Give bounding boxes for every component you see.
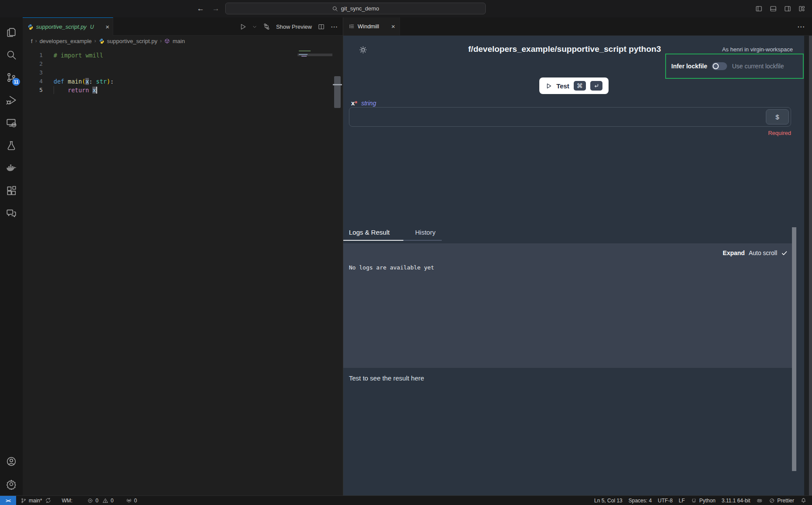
arg-type-label: string [361,100,376,107]
x-input[interactable] [349,108,791,126]
panel-tab-label: Windmill [358,23,379,30]
code-editor[interactable]: 1 # import wmill 2 3 4 def main(x: str):… [23,46,343,495]
command-center-search[interactable]: git_sync_demo [225,3,486,14]
ports-item[interactable]: 0 [126,498,137,504]
customize-layout-icon[interactable] [798,5,806,13]
token: ) [107,78,110,85]
eol-sequence[interactable]: LF [679,498,685,504]
copilot-icon[interactable] [756,497,763,504]
result-placeholder: Test to see the result here [349,374,424,382]
chevron-right-icon: › [160,38,162,44]
git-branch-icon [20,498,27,504]
variable-picker-button[interactable]: $ [766,109,789,125]
chat-icon[interactable] [0,202,23,225]
run-file-icon[interactable] [239,23,247,30]
encoding[interactable]: UTF-8 [658,498,673,504]
forward-arrow-icon[interactable]: → [212,4,220,13]
arg-label-row: x* string [351,99,376,107]
enter-key-icon [590,81,602,91]
cursor-position[interactable]: Ln 5, Col 13 [594,498,623,504]
logs-empty-message: No logs are available yet [343,264,792,271]
extensions-icon[interactable] [0,179,23,202]
test-button[interactable]: Test ⌘ [539,77,609,94]
python-file-icon [27,24,34,30]
run-dropdown-icon[interactable] [252,24,257,29]
symbol-module-icon [164,38,170,44]
expand-button[interactable]: Expand [723,249,745,256]
panel-tab-close-icon[interactable]: × [391,23,395,30]
settings-gear-icon[interactable] [0,473,23,495]
run-debug-icon[interactable] [0,89,23,111]
editor-scrollbar[interactable] [332,46,343,495]
use-current-lockfile-label: Use current lockfile [732,63,784,70]
tab-supportive-script[interactable]: supportive_script.py U × [23,17,113,36]
sync-changes-icon[interactable] [45,497,51,504]
wm-status-item[interactable]: WM: [62,498,73,504]
git-branch-item[interactable]: main* [20,498,42,504]
lockfile-toggle[interactable] [712,62,727,70]
compare-changes-icon[interactable] [263,23,271,30]
overview-ruler-cursor [333,84,342,85]
scrollbar-thumb[interactable] [334,76,341,108]
formatter-item[interactable]: Prettier [769,498,794,504]
search-icon [332,6,338,12]
minimap-mark [299,50,311,51]
code-line: 2 [23,60,343,68]
line-number: 3 [23,68,43,77]
toggle-secondary-sidebar-icon[interactable] [784,5,792,13]
source-control-icon[interactable]: 11 [0,66,23,89]
webview-scrollbar-thumb[interactable] [792,227,796,471]
status-bar: >< main* WM: 0 0 0 Ln 5, Col 13 Spaces: … [0,495,812,505]
token [54,87,68,94]
breadcrumb-root[interactable]: f [31,38,33,44]
panel-tab-bar: Windmill × ⋯ [343,17,812,36]
tab-windmill[interactable]: Windmill × [343,17,400,35]
breadcrumb-folder[interactable]: developers_example [40,38,92,44]
docker-icon[interactable] [0,157,23,179]
toggle-sidebar-icon[interactable] [755,5,763,13]
lockfile-options-box: Infer lockfile Use current lockfile [665,54,804,79]
show-preview-button[interactable]: Show Preview [276,24,312,30]
editor-more-actions-icon[interactable]: ⋯ [331,23,338,31]
play-icon [545,83,552,89]
token: : [89,78,96,85]
notifications-bell-icon[interactable] [800,497,807,504]
chevron-right-icon: › [95,38,96,44]
search-view-icon[interactable] [0,44,23,66]
breadcrumb: f › developers_example › supportive_scri… [23,36,343,46]
language-mode[interactable]: Python [691,498,715,504]
chevron-right-icon: › [35,38,37,44]
accounts-icon[interactable] [0,450,23,473]
tab-logs-result[interactable]: Logs & Result [343,229,403,241]
remote-explorer-icon[interactable] [0,111,23,134]
arg-name: x* [351,99,357,107]
indent-guide [54,86,54,94]
windmill-tab-icon [349,24,355,29]
ports-broadcast-icon [126,498,132,504]
breadcrumb-symbol[interactable]: main [173,38,185,44]
token: # import wmill [54,52,103,59]
check-icon [781,250,788,256]
search-value: git_sync_demo [341,5,379,12]
toggle-panel-icon[interactable] [769,5,777,13]
python-version[interactable]: 3.11.1 64-bit [721,498,750,504]
panel-more-actions-icon[interactable]: ⋯ [797,17,805,36]
breadcrumb-file[interactable]: supportive_script.py [107,38,158,44]
remote-indicator[interactable]: >< [0,496,16,505]
testing-icon[interactable] [0,134,23,157]
indentation[interactable]: Spaces: 4 [629,498,652,504]
explorer-icon[interactable] [0,21,23,44]
split-editor-icon[interactable] [318,23,325,30]
minimap[interactable] [298,46,332,495]
tab-close-icon[interactable]: × [105,23,109,30]
autoscroll-label[interactable]: Auto scroll [749,249,777,256]
problems-item[interactable]: 0 0 [87,498,113,504]
code-line-active: 5 return x [23,86,343,94]
token: str [96,78,107,85]
webview-scrollbar-track [804,36,809,495]
minimap-mark [299,54,308,55]
tab-history[interactable]: History [403,229,442,241]
line-number: 2 [23,60,43,68]
back-arrow-icon[interactable]: ← [197,4,204,13]
logs-panel: Expand Auto scroll No logs are available… [343,243,792,368]
